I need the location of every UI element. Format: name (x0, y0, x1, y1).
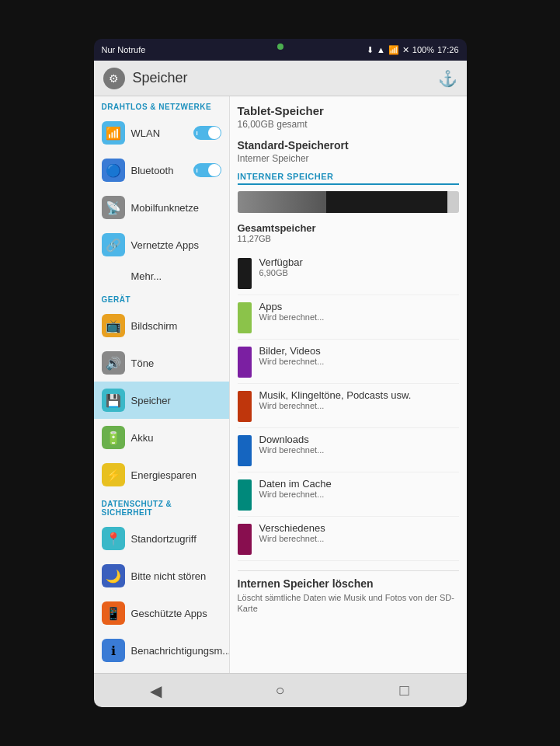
clear-internal-button[interactable]: Internen Speicher löschen Löscht sämtlic… (238, 570, 459, 621)
sidebar-item-mobilfunk[interactable]: 📡Mobilfunknetze (94, 189, 229, 226)
storage-bar-used (238, 191, 326, 213)
wifi-icon: 📶 (102, 121, 125, 145)
status-left-text: Nur Notrufe (102, 45, 146, 54)
storage-name-downloads: Downloads (259, 434, 459, 445)
storage-info-verfuegbar: Verfügbar6,90GB (259, 256, 459, 277)
storage-value-verschiedenes: Wird berechnet... (259, 534, 459, 543)
recent-button[interactable]: □ (388, 677, 422, 705)
top-bar: ⚙ Speicher ⚓ (94, 61, 467, 96)
tablet-storage-title: Tablet-Speicher (238, 104, 459, 117)
sidebar-label-energie: Energiesparen (131, 469, 197, 481)
sidebar-section-header: DRAHTLOS & NETZWERKE (94, 96, 229, 114)
status-right-icons: ⬇ ▲ 📶 ✕ 100% 17:26 (367, 45, 459, 55)
screen-icon: 📺 (102, 314, 125, 337)
bluetooth-status-icon: ⬇ (367, 45, 374, 55)
bottom-nav: ◀ ○ □ (94, 673, 467, 707)
sidebar-label-mehr: Mehr... (131, 270, 162, 282)
sidebar-label-tone: Töne (131, 357, 155, 369)
storage-info-cache: Daten im CacheWird berechnet... (259, 478, 459, 499)
storage-name-apps: Apps (259, 301, 459, 312)
battery-icon: 🔋 (102, 426, 125, 449)
moon-icon: 🌙 (102, 564, 125, 587)
sidebar-label-akku: Akku (131, 432, 154, 444)
sim-icon: 📶 (388, 45, 399, 55)
default-location-value: Interner Speicher (238, 153, 459, 164)
storage-color-apps (238, 302, 252, 333)
sidebar-item-mehr[interactable]: Mehr... (94, 263, 229, 289)
right-panel: Tablet-Speicher 16,00GB gesamt Standard-… (230, 96, 467, 673)
sidebar-item-bluetooth[interactable]: 🔵BluetoothI (94, 152, 229, 189)
storage-color-verfuegbar (238, 258, 252, 289)
green-dot (277, 44, 283, 50)
storage-name-cache: Daten im Cache (259, 478, 459, 490)
default-location-title: Standard-Speicherort (238, 139, 459, 152)
storage-value-musik: Wird berechnet... (259, 401, 459, 410)
sidebar-item-standort[interactable]: 📍Standortzugriff (94, 520, 229, 557)
sidebar-section-header: GERÄT (94, 289, 229, 307)
storage-item-apps[interactable]: AppsWird berechnet... (238, 295, 459, 340)
storage-bar (238, 191, 459, 213)
sidebar-item-geschuetzt[interactable]: 📱Geschützte Apps (94, 594, 229, 632)
settings-icon: ⚙ (103, 68, 125, 89)
x-icon: ✕ (402, 45, 409, 55)
storage-info-downloads: DownloadsWird berechnet... (259, 434, 459, 455)
home-button[interactable]: ○ (263, 677, 297, 705)
toggle-wlan[interactable]: I (193, 126, 221, 140)
sidebar-label-bluetooth: Bluetooth (131, 165, 174, 176)
storage-value-cache: Wird berechnet... (259, 490, 459, 499)
sidebar-item-bildschirm[interactable]: 📺Bildschirm (94, 307, 229, 344)
storage-value-bilder: Wird berechnet... (259, 357, 459, 366)
storage-color-bilder (238, 347, 252, 378)
storage-item-verschiedenes[interactable]: VerschiedenesWird berechnet... (238, 517, 459, 561)
sidebar-item-energie[interactable]: ⚡Energiesparen (94, 456, 229, 493)
clear-action-icon[interactable]: ⚓ (438, 69, 457, 88)
sidebar-item-wlan[interactable]: 📶WLANI (94, 114, 229, 152)
energy-icon: ⚡ (102, 463, 125, 486)
sidebar-label-vernetzte: Vernetzte Apps (131, 239, 199, 251)
sidebar-item-bitte[interactable]: 🌙Bitte nicht stören (94, 557, 229, 594)
sidebar-item-speicher[interactable]: 💾Speicher (94, 382, 229, 419)
signal-icon: 📡 (102, 196, 125, 219)
sidebar-label-wlan: WLAN (131, 127, 161, 139)
sidebar-item-benach[interactable]: ℹBenachrichtigungsm... (94, 632, 229, 669)
sidebar-item-akku[interactable]: 🔋Akku (94, 419, 229, 456)
storage-item-cache[interactable]: Daten im CacheWird berechnet... (238, 472, 459, 517)
link-icon: 🔗 (102, 233, 125, 256)
clear-btn-title: Internen Speicher löschen (238, 577, 459, 590)
storage-color-musik (238, 391, 252, 422)
sidebar-section-header: DATENSCHUTZ & SICHERHEIT (94, 493, 229, 520)
clear-btn-desc: Löscht sämtliche Daten wie Musik und Fot… (238, 592, 459, 615)
sidebar-label-bitte: Bitte nicht stören (131, 570, 207, 582)
back-button[interactable]: ◀ (139, 677, 173, 705)
battery-text: 100% (412, 45, 434, 54)
storage-item-downloads[interactable]: DownloadsWird berechnet... (238, 428, 459, 472)
info-icon: ℹ (102, 639, 125, 662)
storage-info-musik: Musik, Klingeltöne, Podcasts usw.Wird be… (259, 389, 459, 410)
storage-info-apps: AppsWird berechnet... (259, 301, 459, 322)
storage-info-bilder: Bilder, VideosWird berechnet... (259, 345, 459, 366)
storage-name-musik: Musik, Klingeltöne, Podcasts usw. (259, 389, 459, 401)
sidebar-label-standort: Standortzugriff (131, 533, 197, 545)
storage-value-verfuegbar: 6,90GB (259, 268, 459, 277)
toggle-bluetooth[interactable]: I (193, 163, 221, 177)
storage-name-bilder: Bilder, Videos (259, 345, 459, 357)
bt-icon: 🔵 (102, 159, 125, 182)
storage-item-bilder[interactable]: Bilder, VideosWird berechnet... (238, 340, 459, 384)
total-storage-label: Gesamtspeicher (238, 222, 459, 234)
main-content: DRAHTLOS & NETZWERKE📶WLANI🔵BluetoothI📡Mo… (94, 96, 467, 673)
sound-icon: 🔊 (102, 351, 125, 375)
storage-color-cache (238, 479, 252, 511)
storage-info-verschiedenes: VerschiedenesWird berechnet... (259, 522, 459, 543)
tablet-storage-value: 16,00GB gesamt (238, 119, 459, 130)
internal-section-header: INTERNER SPEICHER (238, 172, 459, 185)
status-bar: Nur Notrufe ⬇ ▲ 📶 ✕ 100% 17:26 (94, 39, 467, 61)
storage-name-verfuegbar: Verfügbar (259, 256, 459, 268)
storage-item-verfuegbar[interactable]: Verfügbar6,90GB (238, 251, 459, 295)
sidebar-item-tone[interactable]: 🔊Töne (94, 344, 229, 382)
storage-item-musik[interactable]: Musik, Klingeltöne, Podcasts usw.Wird be… (238, 384, 459, 428)
storage-color-downloads (238, 435, 252, 466)
storage-icon: 💾 (102, 389, 125, 412)
sidebar-label-speicher: Speicher (131, 395, 171, 406)
time-display: 17:26 (437, 45, 459, 54)
sidebar-item-vernetzte[interactable]: 🔗Vernetzte Apps (94, 226, 229, 263)
